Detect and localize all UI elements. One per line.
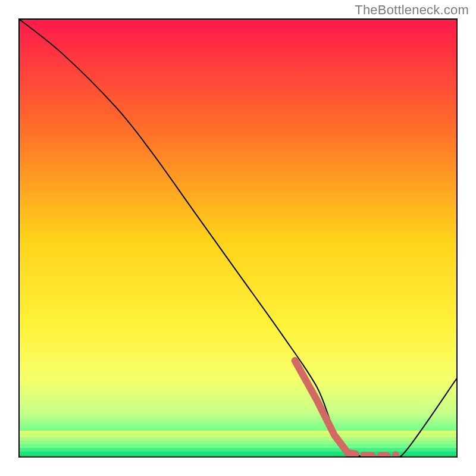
stripe <box>19 441 457 445</box>
chart-stage: TheBottleneck.com <box>0 0 476 476</box>
highlight-dash-icon <box>347 453 387 456</box>
bottom-stripes <box>19 431 457 457</box>
stripe <box>19 448 457 452</box>
gradient-background <box>19 19 457 457</box>
plot-area <box>19 19 457 459</box>
bottleneck-chart <box>0 0 476 476</box>
stripe <box>19 431 457 434</box>
stripe <box>19 452 457 455</box>
stripe <box>19 438 457 441</box>
stripe <box>19 444 457 448</box>
watermark-text: TheBottleneck.com <box>355 2 469 18</box>
stripe <box>19 434 457 438</box>
